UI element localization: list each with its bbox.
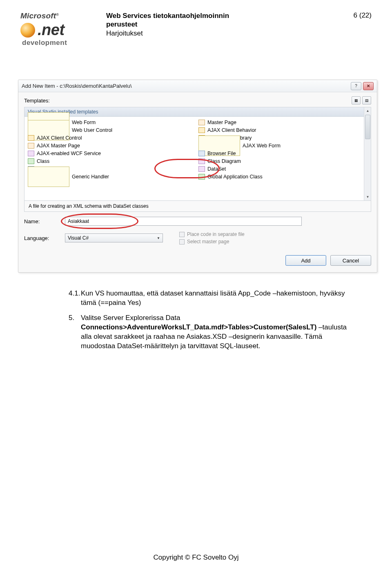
template-label: AJAX Client Control [37, 135, 82, 141]
template-label: AJAX Master Page [37, 143, 80, 149]
template-label: AJAX Client Behavior [207, 127, 256, 133]
template-item[interactable]: AJAX Client Control [27, 134, 198, 142]
close-button[interactable]: ✕ [363, 82, 374, 90]
opt-separate-row: Place code in separate file [179, 231, 245, 238]
screenshot-dialog: Add New Item - c:\Roskis\demot\KantaPalv… [18, 80, 372, 273]
opt-separate-label: Place code in separate file [187, 231, 245, 237]
language-value: Visual C# [68, 235, 89, 241]
page-icon [28, 143, 34, 149]
scroll-down-icon[interactable]: ▼ [364, 193, 371, 200]
logo-reg: ® [56, 13, 59, 17]
template-item[interactable]: AJAX Web Form [198, 142, 368, 149]
template-item[interactable]: AJAX Client Behavior [198, 126, 368, 134]
template-item-dataset[interactable]: DataSet [198, 165, 368, 173]
template-label: Browser File [207, 151, 236, 156]
opt-master-row: Select master page [179, 238, 245, 245]
template-label: Master Page [207, 120, 236, 125]
dialog-titlebar: Add New Item - c:\Roskis\demot\KantaPalv… [18, 80, 377, 92]
opt-master-label: Select master page [187, 239, 229, 244]
page-header: Microsoft® .net development Web Services… [20, 11, 372, 47]
templates-col-1: Web Form Web User Control AJAX Client Co… [27, 118, 198, 180]
template-item[interactable]: AJAX-enabled WCF Service [27, 149, 198, 157]
header-title-line1: Web Services tietokantaohjelmoinnin [106, 11, 343, 20]
dialog-title: Add New Item - c:\Roskis\demot\KantaPalv… [22, 83, 132, 89]
item-number: 4.1. [69, 289, 81, 308]
list-item: 5. Valitse Server Explorerissa Data Conn… [69, 313, 372, 351]
checkbox-master [179, 239, 185, 244]
checkbox-separate [179, 232, 185, 237]
name-input[interactable] [65, 217, 302, 226]
logo-microsoft: Microsoft® [20, 11, 102, 20]
logo-block: Microsoft® .net development [20, 11, 102, 47]
template-item[interactable]: Global Application Class [198, 173, 368, 180]
add-new-item-dialog: Add New Item - c:\Roskis\demot\KantaPalv… [18, 80, 377, 273]
name-row: Name: [24, 217, 371, 226]
template-label: DataSet [207, 166, 226, 172]
template-description: A file for creating an XML schema with D… [24, 201, 371, 212]
template-item[interactable]: Class Diagram [198, 157, 368, 165]
template-item[interactable]: Class [27, 157, 198, 165]
template-label: AJAX-enabled WCF Service [37, 151, 101, 156]
logo-dev-text: development [22, 39, 102, 47]
instruction-list: 4.1. Kun VS huomauttaa, että dataset kan… [69, 289, 372, 351]
templates-group-header: Visual Studio installed templates [24, 107, 371, 117]
logo-net-text: .net [38, 21, 65, 39]
language-select[interactable]: Visual C# ▼ [65, 233, 163, 242]
template-label: AJAX Web Form [243, 143, 281, 149]
diagram-icon [198, 158, 205, 164]
view-small-icons-button[interactable]: ▦ [352, 96, 361, 104]
language-label: Language: [24, 235, 65, 241]
service-icon [28, 151, 34, 156]
template-label: Global Application Class [207, 174, 263, 180]
language-row: Language: Visual C# ▼ Place code in sepa… [24, 231, 371, 245]
script-icon [28, 135, 34, 141]
template-label: Class Diagram [207, 158, 241, 164]
item-text-part: Valitse Server Explorerissa Data [81, 314, 180, 322]
scroll-thumb[interactable] [365, 115, 370, 139]
template-item[interactable]: AJAX Master Page [27, 142, 198, 149]
header-title-line2: perusteet [106, 20, 343, 29]
template-label: Class [37, 158, 49, 164]
template-item[interactable]: Web User Control [27, 126, 198, 134]
scrollbar[interactable]: ▲ ▼ [364, 107, 371, 200]
template-label: Web Form [72, 120, 96, 125]
class-icon [28, 158, 34, 164]
list-item: 4.1. Kun VS huomauttaa, että dataset kan… [69, 289, 372, 308]
logo-orb-icon [20, 23, 35, 38]
options-column: Place code in separate file Select maste… [179, 231, 245, 245]
template-label: Web User Control [72, 127, 112, 133]
script-icon [198, 127, 205, 133]
item-text: Kun VS huomauttaa, että dataset kannatta… [81, 289, 359, 308]
page-icon [198, 120, 205, 125]
dataset-icon [198, 166, 205, 172]
page-footer: Copyright © FC Sovelto Oyj [0, 553, 392, 562]
item-text-bold: Connections>AdventureWorksLT_Data.mdf>Ta… [81, 323, 316, 331]
scroll-up-icon[interactable]: ▲ [364, 107, 371, 114]
templates-label: Templates: [24, 98, 65, 104]
browser-icon [198, 151, 205, 156]
chevron-down-icon: ▼ [157, 236, 160, 240]
header-title: Web Services tietokantaohjelmoinnin peru… [102, 11, 343, 38]
item-number: 5. [69, 313, 81, 351]
item-text: Valitse Server Explorerissa Data Connect… [81, 313, 359, 351]
help-button[interactable]: ? [351, 82, 361, 90]
templates-col-2: Master Page AJAX Client Behavior AJAX Cl… [198, 118, 368, 180]
template-item[interactable]: Browser File [198, 149, 368, 157]
template-item[interactable]: Generic Handler [27, 173, 198, 180]
handler-icon [28, 167, 69, 187]
page-indicator: 6 (22) [343, 11, 372, 20]
view-large-icons-button[interactable]: ▤ [362, 96, 371, 104]
logo-ms-text: Microsoft [20, 11, 56, 20]
template-label: Generic Handler [72, 174, 109, 180]
global-icon [198, 174, 205, 180]
header-title-line3: Harjoitukset [106, 29, 343, 38]
cancel-button[interactable]: Cancel [330, 255, 371, 266]
add-button[interactable]: Add [285, 255, 326, 266]
templates-listbox[interactable]: Visual Studio installed templates Web Fo… [24, 107, 371, 201]
name-label: Name: [24, 218, 65, 224]
template-item[interactable]: Master Page [198, 118, 368, 126]
